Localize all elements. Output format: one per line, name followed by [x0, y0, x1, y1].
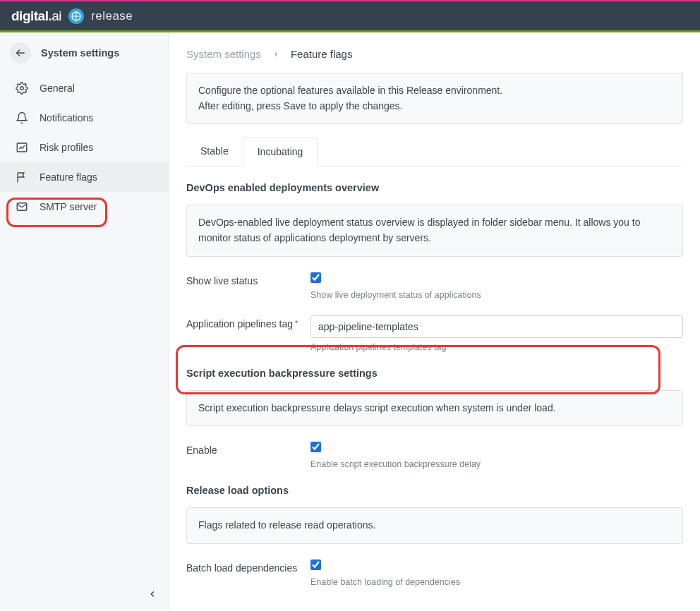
field-label: Batch load dependencies — [186, 559, 310, 576]
section-title: DevOps enabled deployments overview — [186, 182, 683, 193]
enable-backpressure-checkbox[interactable] — [310, 442, 321, 452]
svg-point-2 — [20, 87, 24, 90]
chevron-right-icon — [272, 51, 279, 58]
breadcrumb: System settings Feature flags — [169, 32, 700, 73]
field-label: Application pipelines tag* — [186, 315, 310, 332]
sidebar-header: System settings — [0, 32, 169, 73]
sidebar-item-label: Notifications — [40, 112, 93, 123]
section-info: Script execution backpressure delays scr… — [186, 390, 683, 427]
bell-icon — [16, 111, 28, 124]
field-label-text: Application pipelines tag — [186, 318, 293, 329]
field-label: Enable — [186, 442, 310, 458]
back-button[interactable] — [10, 42, 31, 63]
required-marker: * — [295, 320, 298, 327]
intro-line-1: Configure the optional features availabl… — [198, 83, 671, 99]
section-title: Release load options — [186, 485, 683, 496]
section-devops: DevOps enabled deployments overview DevO… — [186, 182, 683, 351]
section-title: Script execution backpressure settings — [186, 368, 683, 379]
section-release-load: Release load options Flags related to re… — [186, 485, 683, 587]
sidebar-item-feature-flags[interactable]: Feature flags — [0, 162, 169, 192]
field-enable-backpressure: Enable Enable script execution backpress… — [186, 442, 683, 469]
section-backpressure: Script execution backpressure settings S… — [186, 368, 683, 470]
section-info: Flags related to release read operations… — [186, 507, 683, 544]
gear-icon — [16, 82, 28, 95]
breadcrumb-current: Feature flags — [291, 48, 353, 60]
risk-icon — [16, 141, 28, 154]
sidebar-item-risk-profiles[interactable]: Risk profiles — [0, 133, 169, 162]
breadcrumb-parent[interactable]: System settings — [186, 48, 261, 60]
topbar: digital.ai release — [0, 1, 700, 32]
show-live-status-checkbox[interactable] — [310, 272, 321, 283]
sidebar-collapse-button[interactable] — [0, 582, 169, 609]
field-batch-load: Batch load dependencies Enable batch loa… — [186, 559, 683, 587]
sidebar-item-label: Feature flags — [40, 171, 97, 183]
sidebar-item-general[interactable]: General — [0, 73, 169, 103]
flag-icon — [16, 171, 28, 183]
field-help: Enable batch loading of dependencies — [310, 577, 683, 587]
field-app-pipelines-tag: Application pipelines tag* Application p… — [186, 315, 683, 352]
sidebar-item-label: SMTP server — [40, 201, 97, 212]
batch-load-checkbox[interactable] — [310, 559, 321, 570]
release-icon — [68, 8, 84, 24]
field-help: Application pipelines templates tag — [310, 342, 683, 352]
intro-info-box: Configure the optional features availabl… — [186, 73, 683, 124]
field-label: Show live status — [186, 272, 310, 289]
sidebar-item-notifications[interactable]: Notifications — [0, 103, 169, 133]
field-help: Enable script execution backpressure del… — [310, 459, 683, 469]
field-help: Show live deployment status of applicati… — [310, 290, 683, 300]
intro-line-2: After editing, press Save to apply the c… — [198, 99, 671, 114]
brand-primary: digital — [11, 8, 48, 23]
sidebar-title: System settings — [41, 47, 119, 59]
brand-logo: digital.ai — [11, 8, 61, 24]
tab-incubating[interactable]: Incubating — [243, 137, 318, 167]
sidebar-item-smtp-server[interactable]: SMTP server — [0, 192, 169, 222]
tabs: Stable Incubating — [186, 137, 683, 167]
sidebar-item-label: General — [40, 83, 75, 94]
content-area: System settings Feature flags Configure … — [169, 32, 700, 609]
field-show-live-status: Show live status Show live deployment st… — [186, 272, 683, 300]
sidebar-item-label: Risk profiles — [40, 142, 93, 153]
brand-suffix: ai — [52, 8, 61, 23]
logo-area: digital.ai release — [11, 8, 133, 24]
product-name: release — [91, 9, 133, 23]
sidebar: System settings General Notifications Ri… — [0, 32, 169, 609]
section-info: DevOps-enabled live deployment status ov… — [186, 205, 683, 256]
mail-icon — [16, 200, 28, 213]
tab-stable[interactable]: Stable — [186, 137, 243, 166]
app-pipelines-tag-input[interactable] — [310, 315, 683, 338]
